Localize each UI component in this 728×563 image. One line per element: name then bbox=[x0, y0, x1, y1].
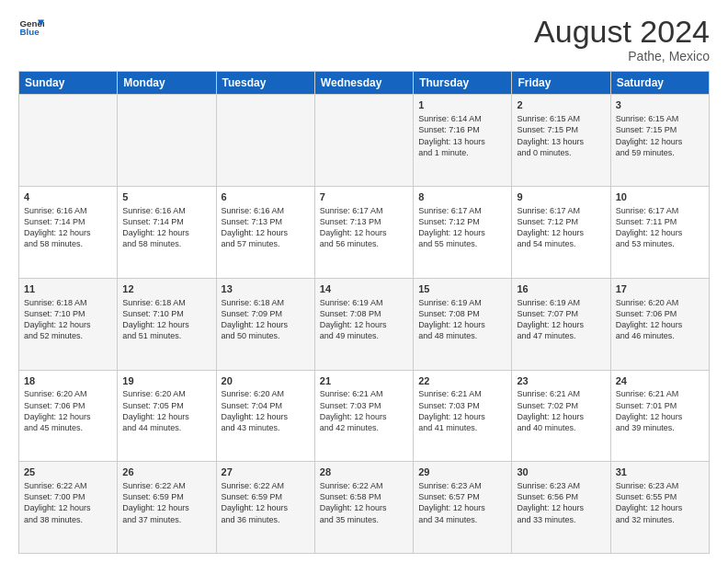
cell-w2-d3: 6Sunrise: 6:16 AMSunset: 7:13 PMDaylight… bbox=[216, 187, 314, 279]
day-number: 25 bbox=[24, 465, 112, 479]
cell-text: Sunset: 7:09 PM bbox=[222, 308, 310, 319]
cell-text: and 45 minutes. bbox=[24, 422, 112, 433]
day-number: 27 bbox=[222, 465, 310, 479]
day-number: 14 bbox=[320, 282, 408, 296]
cell-text: Daylight: 12 hours bbox=[24, 411, 112, 422]
cell-text: Sunset: 7:08 PM bbox=[418, 308, 506, 319]
cell-text: Daylight: 12 hours bbox=[24, 319, 112, 330]
week-row-2: 4Sunrise: 6:16 AMSunset: 7:14 PMDaylight… bbox=[19, 187, 710, 279]
cell-text: Daylight: 12 hours bbox=[122, 502, 210, 513]
cell-w3-d3: 13Sunrise: 6:18 AMSunset: 7:09 PMDayligh… bbox=[216, 278, 314, 370]
cell-text: Sunset: 7:06 PM bbox=[616, 308, 704, 319]
cell-text: Daylight: 12 hours bbox=[418, 411, 506, 422]
day-number: 31 bbox=[616, 465, 704, 479]
cell-text: Sunrise: 6:21 AM bbox=[616, 388, 704, 399]
day-number: 6 bbox=[222, 190, 310, 204]
cell-text: Sunset: 6:57 PM bbox=[418, 491, 506, 502]
cell-text: and 0 minutes. bbox=[517, 147, 605, 158]
week-row-1: 1Sunrise: 6:14 AMSunset: 7:16 PMDaylight… bbox=[19, 95, 710, 187]
cell-w2-d1: 4Sunrise: 6:16 AMSunset: 7:14 PMDaylight… bbox=[19, 187, 118, 279]
day-number: 10 bbox=[616, 190, 704, 204]
cell-w5-d6: 30Sunrise: 6:23 AMSunset: 6:56 PMDayligh… bbox=[512, 462, 610, 554]
cell-w4-d6: 23Sunrise: 6:21 AMSunset: 7:02 PMDayligh… bbox=[512, 370, 610, 462]
cell-text: and 59 minutes. bbox=[616, 147, 704, 158]
cell-text: and 32 minutes. bbox=[616, 514, 704, 525]
cell-w1-d5: 1Sunrise: 6:14 AMSunset: 7:16 PMDaylight… bbox=[414, 95, 512, 187]
cell-text: Sunrise: 6:22 AM bbox=[320, 480, 408, 491]
cell-text: Sunset: 6:55 PM bbox=[616, 491, 704, 502]
cell-w2-d4: 7Sunrise: 6:17 AMSunset: 7:13 PMDaylight… bbox=[314, 187, 413, 279]
col-sunday: Sunday bbox=[19, 72, 118, 95]
cell-w1-d7: 3Sunrise: 6:15 AMSunset: 7:15 PMDaylight… bbox=[610, 95, 709, 187]
cell-w3-d2: 12Sunrise: 6:18 AMSunset: 7:10 PMDayligh… bbox=[118, 278, 216, 370]
cell-text: Daylight: 12 hours bbox=[222, 411, 310, 422]
cell-text: Daylight: 12 hours bbox=[418, 502, 506, 513]
cell-w4-d4: 21Sunrise: 6:21 AMSunset: 7:03 PMDayligh… bbox=[314, 370, 413, 462]
cell-text: Sunrise: 6:14 AM bbox=[418, 113, 506, 124]
logo: General Blue bbox=[18, 15, 44, 40]
cell-text: Daylight: 12 hours bbox=[24, 502, 112, 513]
cell-text: Sunset: 7:03 PM bbox=[418, 400, 506, 411]
cell-text: and 40 minutes. bbox=[517, 422, 605, 433]
cell-text: and 34 minutes. bbox=[418, 514, 506, 525]
week-row-3: 11Sunrise: 6:18 AMSunset: 7:10 PMDayligh… bbox=[19, 278, 710, 370]
cell-text: Sunrise: 6:18 AM bbox=[24, 297, 112, 308]
cell-text: and 58 minutes. bbox=[122, 238, 210, 249]
cell-text: Sunset: 7:12 PM bbox=[418, 216, 506, 227]
cell-text: Sunset: 7:10 PM bbox=[122, 308, 210, 319]
cell-text: and 56 minutes. bbox=[320, 238, 408, 249]
cell-text: Daylight: 12 hours bbox=[320, 411, 408, 422]
cell-text: Sunrise: 6:18 AM bbox=[122, 297, 210, 308]
cell-text: Sunrise: 6:20 AM bbox=[616, 297, 704, 308]
day-number: 17 bbox=[616, 282, 704, 296]
cell-text: Daylight: 12 hours bbox=[517, 411, 605, 422]
cell-text: Sunrise: 6:20 AM bbox=[122, 388, 210, 399]
cell-text: Sunrise: 6:22 AM bbox=[24, 480, 112, 491]
cell-text: and 50 minutes. bbox=[222, 330, 310, 341]
cell-text: Daylight: 12 hours bbox=[517, 227, 605, 238]
cell-text: and 54 minutes. bbox=[517, 238, 605, 249]
cell-text: and 35 minutes. bbox=[320, 514, 408, 525]
day-number: 2 bbox=[517, 98, 605, 112]
day-number: 26 bbox=[122, 465, 210, 479]
cell-text: Sunrise: 6:23 AM bbox=[517, 480, 605, 491]
day-number: 9 bbox=[517, 190, 605, 204]
cell-text: and 48 minutes. bbox=[418, 330, 506, 341]
cell-w2-d2: 5Sunrise: 6:16 AMSunset: 7:14 PMDaylight… bbox=[118, 187, 216, 279]
cell-text: Daylight: 12 hours bbox=[616, 411, 704, 422]
header: General Blue August 2024 Pathe, Mexico bbox=[18, 15, 710, 63]
cell-text: Sunrise: 6:15 AM bbox=[616, 113, 704, 124]
cell-w1-d6: 2Sunrise: 6:15 AMSunset: 7:15 PMDaylight… bbox=[512, 95, 610, 187]
cell-text: Sunrise: 6:16 AM bbox=[24, 205, 112, 216]
day-number: 23 bbox=[517, 374, 605, 388]
cell-text: Sunrise: 6:22 AM bbox=[122, 480, 210, 491]
day-number: 19 bbox=[122, 374, 210, 388]
cell-w3-d6: 16Sunrise: 6:19 AMSunset: 7:07 PMDayligh… bbox=[512, 278, 610, 370]
day-number: 7 bbox=[320, 190, 408, 204]
cell-w4-d1: 18Sunrise: 6:20 AMSunset: 7:06 PMDayligh… bbox=[19, 370, 118, 462]
cell-text: Daylight: 12 hours bbox=[122, 227, 210, 238]
day-number: 18 bbox=[24, 374, 112, 388]
cell-text: Daylight: 12 hours bbox=[24, 227, 112, 238]
cell-text: Sunrise: 6:16 AM bbox=[222, 205, 310, 216]
day-number: 3 bbox=[616, 98, 704, 112]
cell-text: and 39 minutes. bbox=[616, 422, 704, 433]
cell-text: Daylight: 12 hours bbox=[616, 227, 704, 238]
cell-text: Sunrise: 6:23 AM bbox=[616, 480, 704, 491]
cell-text: Sunset: 7:12 PM bbox=[517, 216, 605, 227]
cell-text: Sunrise: 6:20 AM bbox=[24, 388, 112, 399]
cell-text: Sunset: 7:00 PM bbox=[24, 491, 112, 502]
cell-text: Sunrise: 6:16 AM bbox=[122, 205, 210, 216]
cell-text: and 38 minutes. bbox=[24, 514, 112, 525]
cell-w4-d7: 24Sunrise: 6:21 AMSunset: 7:01 PMDayligh… bbox=[610, 370, 709, 462]
cell-text: Daylight: 12 hours bbox=[320, 227, 408, 238]
cell-text: Daylight: 12 hours bbox=[616, 136, 704, 147]
cell-text: Daylight: 13 hours bbox=[517, 136, 605, 147]
cell-text: and 41 minutes. bbox=[418, 422, 506, 433]
cell-text: Sunset: 7:11 PM bbox=[616, 216, 704, 227]
cell-text: Daylight: 12 hours bbox=[616, 319, 704, 330]
cell-text: Daylight: 12 hours bbox=[418, 319, 506, 330]
cell-text: and 47 minutes. bbox=[517, 330, 605, 341]
cell-w3-d1: 11Sunrise: 6:18 AMSunset: 7:10 PMDayligh… bbox=[19, 278, 118, 370]
day-number: 30 bbox=[517, 465, 605, 479]
